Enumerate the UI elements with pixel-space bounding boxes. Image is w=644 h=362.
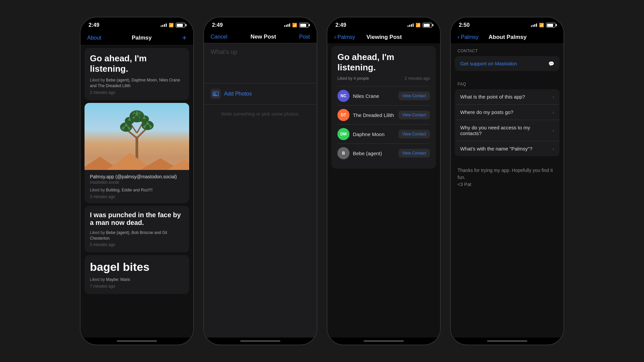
- feed-title: Palmsy: [132, 35, 152, 41]
- chevron-icon-1: ›: [552, 110, 554, 115]
- phones-container: 2:49 📶 About Palmsy + Go a: [80, 17, 564, 345]
- home-indicator-2: [240, 340, 280, 342]
- home-indicator-1: [117, 340, 157, 342]
- contact-section-card: Get support on Mastodon 💬: [455, 56, 559, 71]
- contact-info-1: DT The Dreaded Lilith: [337, 109, 394, 121]
- liked-by-label-2: Liked by: [90, 188, 106, 192]
- feed-content: Go ahead, I'm listening. Liked by Bebe (…: [80, 45, 193, 338]
- post-button[interactable]: Post: [299, 34, 310, 40]
- post-image-2: [85, 103, 189, 170]
- post-meta-3: Liked by Bebe (agent), Bob Briscoe and G…: [90, 230, 184, 241]
- signal-icon-4: [531, 23, 537, 27]
- avatar-3: B: [337, 147, 350, 159]
- contact-info-0: NC Niles Crane: [337, 90, 379, 102]
- phone-3-viewing: 2:49 📶 ‹ Palmsy Viewing Post: [327, 17, 441, 345]
- back-button-3[interactable]: ‹ Palmsy: [334, 34, 355, 41]
- post-card-4[interactable]: bagel bites Liked by Maybe: Maris 7 minu…: [85, 255, 189, 294]
- viewing-content: Go ahead, I'm listening. Liked by 4 peop…: [327, 43, 440, 338]
- phone-4-about: 2:50 📶 ‹ Palmsy About Palmsy: [450, 17, 564, 345]
- nav-bar-1: About Palmsy +: [80, 31, 193, 45]
- contact-section-header: CONTACT: [451, 43, 564, 56]
- about-nav: ‹ Palmsy About Palmsy: [451, 31, 564, 43]
- liked-by-label-3: Liked by: [90, 230, 106, 235]
- viewing-nav: ‹ Palmsy Viewing Post: [327, 31, 440, 43]
- status-bar-4: 2:50 📶: [451, 17, 564, 31]
- battery-icon-1: [176, 23, 185, 27]
- back-button-4[interactable]: ‹ Palmsy: [458, 34, 478, 41]
- joshua-tree-bg: [85, 103, 189, 170]
- new-post-content: What's up Add Photos Write something or …: [204, 43, 317, 338]
- add-photos-button[interactable]: Add Photos: [204, 83, 317, 105]
- liked-names-4: Maybe: Maris: [106, 277, 130, 282]
- contact-info-3: B Bebe (agent): [337, 147, 382, 159]
- post-card-1[interactable]: Go ahead, I'm listening. Liked by Bebe (…: [85, 48, 189, 100]
- add-post-button[interactable]: +: [182, 34, 186, 42]
- post-text-input-area[interactable]: What's up: [204, 43, 317, 83]
- view-contact-btn-2[interactable]: View Contact: [398, 130, 430, 138]
- status-icons-1: 📶: [161, 23, 185, 27]
- contact-name-1: The Dreaded Lilith: [353, 112, 394, 118]
- back-chevron-4: ‹: [458, 34, 460, 41]
- chevron-icon-0: ›: [552, 94, 554, 100]
- post-text-1: Go ahead, I'm listening.: [90, 53, 184, 74]
- time-2: 2:49: [212, 22, 223, 28]
- contact-row-2: DM Daphne Moon View Contact: [337, 124, 430, 143]
- cancel-button[interactable]: Cancel: [211, 34, 227, 40]
- status-icons-4: 📶: [531, 23, 555, 27]
- contact-row-3: B Bebe (agent) View Contact: [337, 143, 430, 163]
- about-content: CONTACT Get support on Mastodon 💬 FAQ Wh…: [451, 43, 564, 338]
- about-button[interactable]: About: [87, 35, 101, 41]
- mastodon-link-text: Get support on Mastodon: [460, 61, 517, 66]
- post-card-2[interactable]: Palmsy.app (@palmsy@mastodon.social) mas…: [85, 103, 189, 203]
- view-contact-btn-3[interactable]: View Contact: [398, 149, 430, 158]
- photo-icon: [211, 89, 221, 99]
- signal-icon-2: [284, 23, 290, 27]
- faq-text-2: Why do you need access to my contacts?: [460, 125, 552, 136]
- post-meta-2: Liked by Bulldog, Eddie and Roz!!!!: [90, 187, 184, 193]
- wifi-icon-4: 📶: [539, 23, 544, 27]
- mastodon-link-row[interactable]: Get support on Mastodon 💬: [455, 56, 559, 71]
- about-title: About Palmsy: [489, 34, 527, 41]
- phone-2-new-post: 2:49 📶 Cancel New Post Post What': [203, 17, 317, 345]
- status-icons-3: 📶: [408, 23, 432, 27]
- faq-section-card: What is the point of this app? › Where d…: [455, 89, 559, 156]
- post-meta-1: Liked by Bebe (agent), Daphne Moon, Nile…: [90, 77, 184, 89]
- liked-by-label-1: Liked by: [90, 78, 106, 82]
- faq-row-3[interactable]: What's with the name "Palmsy"? ›: [455, 141, 559, 156]
- faq-row-2[interactable]: Why do you need access to my contacts? ›: [455, 120, 559, 141]
- avatar-0: NC: [337, 90, 350, 102]
- svg-point-28: [214, 93, 215, 94]
- liked-row: Liked by 4 people 2 minutes ago: [337, 76, 430, 81]
- post-time-1: 2 minutes ago: [90, 90, 184, 95]
- home-indicator-3: [364, 340, 404, 342]
- back-label-4: Palmsy: [461, 34, 478, 40]
- faq-row-0[interactable]: What is the point of this app? ›: [455, 89, 559, 104]
- avatar-2: DM: [337, 128, 350, 140]
- avatar-1: DT: [337, 109, 350, 121]
- view-contact-btn-1[interactable]: View Contact: [398, 111, 430, 119]
- chevron-icon-2: ›: [552, 128, 554, 133]
- new-post-title: New Post: [251, 34, 276, 40]
- wifi-icon-1: 📶: [169, 23, 174, 27]
- faq-text-1: Where do my posts go?: [460, 109, 552, 115]
- new-post-nav: Cancel New Post Post: [204, 31, 317, 43]
- post-card-3[interactable]: I was punched in the face by a man now d…: [85, 206, 189, 253]
- contact-row-1: DT The Dreaded Lilith View Contact: [337, 105, 430, 124]
- back-chevron-3: ‹: [334, 34, 336, 41]
- view-contact-btn-0[interactable]: View Contact: [398, 92, 430, 100]
- faq-row-1[interactable]: Where do my posts go? ›: [455, 104, 559, 120]
- time-4: 2:50: [459, 22, 470, 28]
- battery-icon-4: [546, 23, 555, 27]
- post-time-3: 5 minutes ago: [90, 242, 184, 247]
- viewing-title: Viewing Post: [366, 34, 402, 41]
- viewing-post-card: Go ahead, I'm listening. Liked by 4 peop…: [331, 46, 436, 169]
- mountains-svg: [85, 150, 189, 170]
- add-photos-label: Add Photos: [224, 91, 252, 97]
- about-footer: Thanks for trying my app. Hopefully you …: [451, 162, 564, 193]
- viewing-post-text: Go ahead, I'm listening.: [337, 52, 430, 73]
- status-bar-3: 2:49 📶: [327, 17, 440, 31]
- time-3: 2:49: [335, 22, 346, 28]
- time-1: 2:49: [89, 22, 99, 28]
- wifi-icon-3: 📶: [416, 23, 421, 27]
- viewing-time-ago: 2 minutes ago: [405, 76, 430, 81]
